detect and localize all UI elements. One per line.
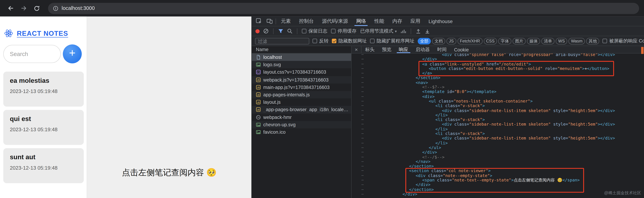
- request-row[interactable]: favicon.ico: [252, 128, 351, 136]
- fold-marker-icon[interactable]: –: [361, 173, 364, 178]
- hide-extension-urls-checkbox[interactable]: 隐藏扩展程序网址: [370, 38, 414, 44]
- record-button[interactable]: [256, 29, 260, 33]
- fold-marker-icon[interactable]: –: [361, 164, 364, 168]
- devtools-tab[interactable]: 性能: [370, 16, 388, 26]
- devtools-tab[interactable]: 控制台: [295, 16, 318, 26]
- device-toolbar-button[interactable]: [264, 16, 275, 26]
- name-column-header[interactable]: Name: [252, 46, 351, 54]
- disable-cache-checkbox[interactable]: 停用缓存: [331, 28, 356, 34]
- fold-marker-icon[interactable]: –: [361, 117, 364, 122]
- note-list-item[interactable]: sunt aut2023-12-13 05:19:48: [3, 148, 84, 183]
- search-input[interactable]: [3, 45, 61, 63]
- type-filter-pill[interactable]: 文档: [432, 38, 445, 44]
- devtools-tab[interactable]: 应用: [406, 16, 424, 26]
- type-filter-pill[interactable]: 媒体: [527, 38, 540, 44]
- fold-marker-icon[interactable]: –: [361, 187, 364, 192]
- forward-button[interactable]: [18, 3, 29, 14]
- fold-marker-icon[interactable]: –: [361, 113, 364, 117]
- fold-marker-icon[interactable]: –: [361, 89, 364, 94]
- request-row[interactable]: JS_app-pages-browser_app_i18n_locales_zh…: [252, 106, 351, 113]
- fold-marker-icon[interactable]: –: [361, 99, 364, 104]
- inspect-element-button[interactable]: [254, 16, 264, 26]
- network-conditions-button[interactable]: [400, 29, 406, 34]
- img-file-icon: [256, 122, 261, 127]
- fold-marker-icon[interactable]: –: [361, 66, 364, 71]
- request-row[interactable]: JSwebpack.js?v=1703843716603: [252, 76, 351, 83]
- hide-data-urls-checkbox[interactable]: 隐藏数据网址: [332, 38, 367, 44]
- clear-button[interactable]: [263, 28, 268, 34]
- note-list-item[interactable]: ea molestias2023-12-13 05:19:48: [3, 72, 84, 107]
- type-filter-pill[interactable]: Fetch/XHR: [457, 38, 482, 44]
- invert-checkbox[interactable]: 反转: [312, 38, 328, 44]
- import-har-button[interactable]: [416, 28, 421, 34]
- fold-marker-icon[interactable]: –: [361, 71, 364, 75]
- request-row[interactable]: JSmain-app.js?v=1703843716603: [252, 83, 351, 91]
- type-filter-pill[interactable]: 图片: [513, 38, 526, 44]
- app-logo-link[interactable]: REACT NOTES: [4, 29, 83, 38]
- blocked-cookies-checkbox[interactable]: 被屏蔽的响应 Cookie: [603, 38, 644, 44]
- add-note-button[interactable]: +: [63, 44, 82, 63]
- fold-marker-icon[interactable]: –: [361, 80, 364, 85]
- fold-marker-icon[interactable]: –: [361, 178, 364, 182]
- fold-marker-icon[interactable]: –: [361, 122, 364, 127]
- request-row[interactable]: localhost: [252, 54, 351, 61]
- reload-button[interactable]: [31, 3, 42, 14]
- export-har-button[interactable]: [425, 28, 430, 34]
- type-filter-pill[interactable]: WS: [556, 38, 567, 44]
- response-detail-tab[interactable]: 预览: [378, 46, 395, 53]
- devtools-tab[interactable]: 网络: [352, 16, 370, 26]
- fold-marker-icon[interactable]: –: [361, 131, 364, 136]
- request-row[interactable]: JSapp-pages-internals.js: [252, 91, 351, 98]
- fold-marker-icon[interactable]: –: [361, 57, 364, 61]
- devtools-tab[interactable]: 元素: [277, 16, 295, 26]
- throttling-dropdown[interactable]: 已停用节流模式 ▾: [360, 28, 397, 34]
- type-filter-pill[interactable]: CSS: [484, 38, 497, 44]
- fold-marker-icon[interactable]: –: [361, 141, 364, 145]
- fold-marker-icon[interactable]: –: [361, 182, 364, 187]
- response-detail-tab[interactable]: Cookie: [450, 46, 472, 53]
- note-title: sunt aut: [10, 154, 77, 161]
- fold-marker-icon[interactable]: –: [361, 127, 364, 131]
- fold-marker-icon[interactable]: –: [361, 108, 364, 113]
- fold-marker-icon[interactable]: –: [361, 169, 364, 173]
- request-row[interactable]: webpack-hmr: [252, 114, 351, 121]
- response-detail-tab[interactable]: 标头: [361, 46, 378, 53]
- type-filter-pill[interactable]: 清单: [541, 38, 554, 44]
- fold-marker-icon[interactable]: –: [361, 155, 364, 159]
- site-info-icon[interactable]: [53, 6, 58, 11]
- request-row[interactable]: chevron-up.svg: [252, 121, 351, 128]
- fold-marker-icon[interactable]: –: [361, 192, 364, 196]
- devtools-tab[interactable]: 源代码/来源: [318, 16, 352, 26]
- request-row[interactable]: JSlayout.js: [252, 98, 351, 106]
- preserve-log-checkbox[interactable]: 保留日志: [302, 28, 327, 34]
- fold-marker-icon[interactable]: –: [361, 94, 364, 99]
- close-icon[interactable]: ×: [352, 46, 361, 53]
- search-button[interactable]: [287, 28, 292, 34]
- network-filter-input[interactable]: [255, 38, 309, 44]
- fold-marker-icon[interactable]: –: [361, 85, 364, 89]
- filter-toggle-button[interactable]: [278, 29, 283, 34]
- back-button[interactable]: [5, 3, 16, 14]
- fold-marker-icon[interactable]: –: [361, 62, 364, 66]
- response-detail-tab[interactable]: 响应: [395, 46, 412, 53]
- type-filter-pill[interactable]: 字体: [498, 38, 512, 44]
- request-row[interactable]: logo.svg: [252, 61, 351, 68]
- type-filter-pill[interactable]: JS: [446, 38, 456, 44]
- fold-marker-icon[interactable]: –: [361, 76, 364, 80]
- address-bar[interactable]: localhost:3000: [48, 3, 639, 14]
- response-detail-tab[interactable]: 时间: [434, 46, 450, 53]
- fold-marker-icon[interactable]: –: [361, 104, 364, 108]
- type-filter-pill[interactable]: 全部: [418, 38, 431, 44]
- fold-marker-icon[interactable]: –: [361, 136, 364, 141]
- type-filter-pill[interactable]: 其他: [586, 38, 599, 44]
- type-filter-pill[interactable]: Wasm: [568, 38, 585, 44]
- fold-marker-icon[interactable]: –: [361, 145, 364, 150]
- fold-marker-icon[interactable]: –: [361, 159, 364, 164]
- fold-marker-icon[interactable]: –: [361, 54, 364, 57]
- request-row[interactable]: {}layout.css?v=1703843716603: [252, 68, 351, 76]
- fold-marker-icon[interactable]: –: [361, 150, 364, 154]
- devtools-tab[interactable]: 内存: [388, 16, 406, 26]
- response-detail-tab[interactable]: 启动器: [412, 46, 434, 53]
- devtools-tab[interactable]: Lighthouse: [424, 16, 457, 26]
- note-list-item[interactable]: qui est2023-12-13 05:19:48: [3, 110, 84, 145]
